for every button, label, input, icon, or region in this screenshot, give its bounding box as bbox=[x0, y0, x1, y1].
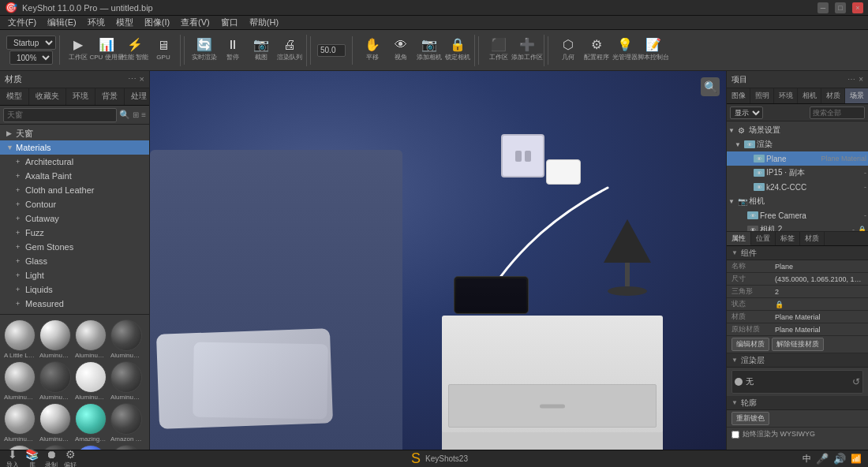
vis-toggle-ip15[interactable]: 👁 bbox=[754, 169, 765, 177]
mat-item-4[interactable]: Aluminum ... bbox=[3, 361, 36, 401]
viewport-badge-btn[interactable]: 🔍 bbox=[701, 77, 720, 96]
tree-item-liquids[interactable]: + Liquids bbox=[0, 282, 149, 297]
scene-node-k24[interactable]: 👁 k24.C-CCC - bbox=[727, 180, 868, 194]
right-tab-material[interactable]: 材质 bbox=[821, 88, 845, 103]
mat-item-6[interactable]: Aluminum ... bbox=[74, 361, 107, 401]
tree-item-cloth[interactable]: + Cloth and Leather bbox=[0, 183, 149, 197]
edit-material-btn[interactable]: 编辑材质 bbox=[731, 338, 769, 351]
zoom-dropdown[interactable]: 100% bbox=[9, 50, 53, 65]
tree-item-architectural[interactable]: + Architectural bbox=[0, 155, 149, 169]
tree-item-root[interactable]: ▶ 天窗 bbox=[0, 126, 149, 140]
vis-toggle-k24[interactable]: 👁 bbox=[754, 183, 765, 191]
material-search-input[interactable] bbox=[3, 108, 117, 122]
mat-item-10[interactable]: Amazing G... bbox=[74, 403, 107, 443]
tree-item-gemstones[interactable]: + Gem Stones bbox=[0, 240, 149, 254]
queue-btn[interactable]: 🖨渲染队列 bbox=[276, 35, 303, 66]
pan-btn[interactable]: ✋平移 bbox=[359, 35, 386, 66]
lang-indicator[interactable]: 中 bbox=[803, 453, 811, 465]
tab-bg[interactable]: 背景 bbox=[95, 88, 125, 105]
mic-icon[interactable]: 🎤 bbox=[816, 453, 829, 465]
mat-item-0[interactable]: A Little Lila... bbox=[3, 319, 36, 359]
tab-favorites[interactable]: 收藏夹 bbox=[29, 88, 66, 105]
scene-view-select[interactable]: 显示 bbox=[730, 106, 763, 119]
gpu-btn[interactable]: 🖥GPU bbox=[150, 35, 177, 66]
menu-help[interactable]: 帮助(H) bbox=[245, 16, 283, 29]
tab-model[interactable]: 模型 bbox=[0, 88, 29, 105]
tree-item-materials[interactable]: ▼ Materials bbox=[0, 140, 149, 155]
panel-options-icon[interactable]: ⋯ bbox=[128, 74, 137, 84]
startup-dropdown[interactable]: Startup bbox=[6, 35, 56, 50]
search-icon[interactable]: 🔍 bbox=[119, 110, 130, 120]
vis-toggle-plane[interactable]: 👁 bbox=[754, 155, 765, 163]
scene-node-plane[interactable]: 👁 Plane Plane Material bbox=[727, 151, 868, 166]
lock-cam-btn[interactable]: 🔒锁定相机 bbox=[444, 35, 471, 66]
tree-item-light[interactable]: + Light bbox=[0, 268, 149, 282]
section-component[interactable]: ▼ 组件 bbox=[727, 246, 868, 260]
scene-node-camera[interactable]: ▼ 📷 相机 bbox=[727, 194, 868, 208]
reset-color-btn[interactable]: 重新镀色 bbox=[731, 412, 769, 425]
light-mgr-btn[interactable]: 💡光管理器 bbox=[612, 35, 638, 66]
scene-node-freecam[interactable]: 👁 Free Camera - bbox=[727, 208, 868, 222]
menu-edit[interactable]: 编辑(E) bbox=[43, 16, 81, 29]
workspace-btn[interactable]: ⬛工作区 bbox=[485, 35, 512, 66]
menu-window[interactable]: 窗口 bbox=[216, 16, 243, 29]
panel-close-icon[interactable]: × bbox=[140, 74, 144, 84]
play-btn[interactable]: ▶工作区 bbox=[65, 35, 92, 66]
mat-item-9[interactable]: Aluminum ... bbox=[39, 403, 72, 443]
scene-node-ip15[interactable]: 👁 IP15 · 副本 - bbox=[727, 166, 868, 180]
menu-env[interactable]: 环境 bbox=[83, 16, 110, 29]
wysiwyg-checkbox[interactable] bbox=[731, 431, 739, 439]
menu-view[interactable]: 查看(V) bbox=[176, 16, 215, 29]
minimize-button[interactable]: ─ bbox=[817, 2, 829, 13]
grid-view-icon[interactable]: ⊞ bbox=[133, 110, 139, 119]
tree-item-cutaway[interactable]: + Cutaway bbox=[0, 211, 149, 226]
realtime-btn[interactable]: 🔄实时渲染 bbox=[191, 35, 218, 66]
unlink-material-btn[interactable]: 解除链接材质 bbox=[772, 338, 824, 351]
geo-btn[interactable]: ⬡几何 bbox=[555, 35, 582, 66]
tree-item-fuzz[interactable]: + Fuzz bbox=[0, 226, 149, 240]
menu-image[interactable]: 图像(I) bbox=[140, 16, 174, 29]
props-tab-pos[interactable]: 位置 bbox=[751, 232, 776, 245]
right-tab-lighting[interactable]: 照明 bbox=[750, 88, 774, 103]
section-render-layer[interactable]: ▼ 渲染层 bbox=[727, 353, 868, 368]
tree-item-measured[interactable]: + Measured bbox=[0, 297, 149, 311]
cpu-btn[interactable]: 📊CPU 使用量 bbox=[93, 35, 120, 66]
close-button[interactable]: × bbox=[852, 2, 863, 13]
mat-item-2[interactable]: Aluminum ... bbox=[74, 319, 107, 359]
right-panel-options-icon[interactable]: ⋯ bbox=[847, 75, 855, 84]
menu-file[interactable]: 文件(F) bbox=[3, 16, 41, 29]
mat-item-5[interactable]: Aluminum ... bbox=[39, 361, 72, 401]
scene-node-settings[interactable]: ▼ ⚙ 场景设置 bbox=[727, 123, 868, 137]
pause-btn[interactable]: ⏸暂停 bbox=[219, 35, 246, 66]
scene-node-cam2[interactable]: 👁 相机 2 - 🔒 bbox=[727, 222, 868, 232]
zoom-value-input[interactable] bbox=[317, 44, 346, 57]
props-tab-attr[interactable]: 属性 bbox=[727, 232, 751, 245]
right-tab-env[interactable]: 环境 bbox=[774, 88, 798, 103]
right-tab-scene[interactable]: 场景 bbox=[845, 88, 868, 103]
add-workspace-btn[interactable]: ➕添加工作区 bbox=[514, 35, 541, 66]
view-btn[interactable]: 👁视角 bbox=[387, 35, 414, 66]
right-tab-camera[interactable]: 相机 bbox=[798, 88, 821, 103]
record-btn[interactable]: ⏺ 录制 bbox=[45, 449, 58, 468]
menu-model[interactable]: 模型 bbox=[111, 16, 138, 29]
vis-toggle-freecam[interactable]: 👁 bbox=[747, 211, 758, 219]
tree-item-contour[interactable]: + Contour bbox=[0, 197, 149, 211]
mat-item-11[interactable]: Amazon M... bbox=[110, 403, 143, 443]
import-btn[interactable]: ⬇ 导入 bbox=[6, 449, 19, 468]
list-view-icon[interactable]: ≡ bbox=[141, 110, 146, 119]
right-tab-image[interactable]: 图像 bbox=[727, 88, 750, 103]
mat-item-15[interactable]: Anodized ... bbox=[110, 445, 143, 450]
mat-item-3[interactable]: Aluminum ... bbox=[110, 319, 143, 359]
scene-node-render[interactable]: ▼ 👁 渲染 bbox=[727, 137, 868, 151]
scene-search-input[interactable] bbox=[810, 106, 865, 119]
script-btn[interactable]: 📝脚本控制台 bbox=[640, 35, 667, 66]
mat-item-7[interactable]: Aluminum ... bbox=[110, 361, 143, 401]
screenshot-btn[interactable]: 📷截图 bbox=[248, 35, 275, 66]
perf-btn[interactable]: ⚡性能 智能 bbox=[122, 35, 148, 66]
mat-item-14[interactable]: Anodized ... bbox=[74, 445, 107, 450]
maximize-button[interactable]: □ bbox=[835, 2, 846, 13]
tree-item-glass[interactable]: + Glass bbox=[0, 254, 149, 268]
render-layer-refresh-icon[interactable]: ↺ bbox=[852, 376, 860, 387]
viewport[interactable]: 🔍 bbox=[150, 71, 726, 450]
mat-item-1[interactable]: Aluminum ... bbox=[39, 319, 72, 359]
